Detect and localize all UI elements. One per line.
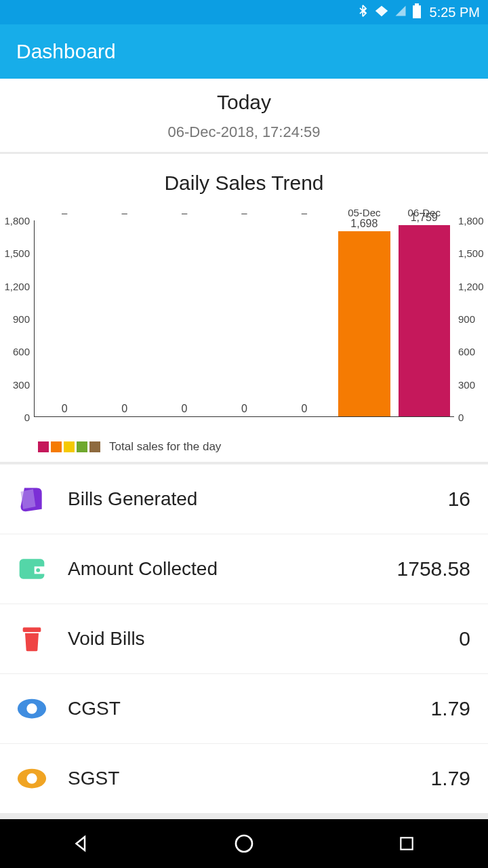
bar-slot: –0 — [35, 220, 94, 416]
y-tick: 0 — [24, 412, 30, 423]
bar-value-label: 0 — [214, 403, 274, 415]
bar-category-label: – — [35, 207, 94, 218]
chart-title: Daily Sales Trend — [0, 172, 488, 195]
y-tick: 1,200 — [4, 280, 30, 292]
bluetooth-icon — [358, 4, 369, 21]
bar-category-label: – — [94, 207, 154, 218]
y-tick: 0 — [458, 412, 464, 423]
bar-slot: 05-Dec1,698 — [334, 220, 394, 416]
bar-category-label: – — [214, 207, 274, 218]
metric-label: SGST — [68, 768, 431, 789]
bar-slot: 06-Dec1,759 — [394, 220, 454, 416]
bar-category-label: – — [155, 207, 214, 218]
android-nav-bar — [0, 819, 488, 868]
metric-row-void[interactable]: Void Bills0 — [0, 604, 488, 673]
metric-value: 1.79 — [431, 697, 470, 720]
nav-home-button[interactable] — [230, 830, 258, 857]
metric-label: Amount Collected — [68, 558, 397, 580]
y-tick: 600 — [13, 346, 30, 357]
bar-slot: –0 — [94, 220, 154, 416]
bar-value-label: 0 — [35, 403, 94, 415]
trash-icon — [14, 620, 50, 657]
legend-swatch — [38, 441, 49, 452]
nav-recent-button[interactable] — [393, 830, 420, 857]
bills-icon — [14, 481, 50, 517]
chart-legend: Total sales for the day — [0, 437, 488, 462]
y-tick: 300 — [458, 378, 475, 390]
bar-category-label: 05-Dec — [334, 207, 394, 218]
svg-rect-1 — [413, 5, 421, 18]
bar-category-label: – — [274, 207, 334, 218]
metric-label: CGST — [68, 698, 431, 719]
bar-value-label: 0 — [155, 403, 214, 415]
svg-rect-5 — [23, 627, 41, 632]
bar — [338, 231, 390, 416]
bar-value-label: 1,759 — [394, 212, 454, 224]
metric-value: 16 — [448, 488, 470, 511]
signal-icon — [394, 5, 407, 20]
y-tick: 1,500 — [4, 248, 30, 259]
wallet-icon — [14, 551, 50, 587]
today-card: Today 06-Dec-2018, 17:24:59 — [0, 79, 488, 152]
bar — [399, 225, 450, 416]
svg-point-4 — [36, 568, 40, 572]
bar-value-label: 1,698 — [334, 218, 394, 230]
bar-slot: –0 — [214, 220, 274, 416]
metric-label: Bills Generated — [68, 488, 448, 510]
metric-value: 1758.58 — [397, 557, 470, 580]
legend-swatch — [89, 441, 100, 452]
legend-swatch — [77, 441, 87, 452]
legend-swatch — [51, 441, 62, 452]
metric-row-sgst[interactable]: SGST1.79 — [0, 743, 488, 813]
app-bar: Dashboard — [0, 24, 488, 79]
metric-row-cgst[interactable]: CGST1.79 — [0, 673, 488, 743]
y-tick: 600 — [458, 346, 475, 357]
today-title: Today — [0, 91, 488, 114]
y-tick: 300 — [13, 378, 30, 390]
bar-slot: –0 — [155, 220, 214, 416]
bar-value-label: 0 — [274, 403, 334, 415]
battery-icon — [412, 3, 422, 22]
y-tick: 1,800 — [458, 215, 484, 226]
bar-slot: –0 — [274, 220, 334, 416]
svg-point-7 — [26, 703, 37, 713]
y-tick: 1,800 — [4, 215, 30, 226]
svg-point-9 — [26, 773, 37, 783]
status-bar: 5:25 PM — [0, 0, 488, 24]
metric-value: 0 — [459, 627, 470, 650]
svg-rect-11 — [401, 837, 412, 849]
status-time: 5:25 PM — [430, 5, 480, 20]
metrics-list: Bills Generated16Amount Collected1758.58… — [0, 464, 488, 813]
bar-chart: 03006009001,2001,5001,800 03006009001,20… — [0, 207, 488, 437]
y-tick: 1,500 — [458, 248, 484, 259]
eye-icon — [14, 760, 50, 797]
metric-row-amount[interactable]: Amount Collected1758.58 — [0, 534, 488, 604]
eye-icon — [14, 690, 50, 727]
metric-label: Void Bills — [68, 628, 459, 650]
today-timestamp: 06-Dec-2018, 17:24:59 — [0, 123, 488, 141]
metric-value: 1.79 — [431, 767, 470, 790]
y-tick: 900 — [13, 313, 30, 325]
y-tick: 900 — [458, 313, 475, 325]
svg-point-10 — [236, 835, 252, 852]
svg-rect-0 — [415, 3, 419, 5]
legend-swatch — [64, 441, 75, 452]
page-title: Dashboard — [16, 40, 116, 63]
chart-card: Daily Sales Trend 03006009001,2001,5001,… — [0, 154, 488, 462]
bar-value-label: 0 — [94, 403, 154, 415]
wifi-icon — [374, 4, 389, 21]
y-tick: 1,200 — [458, 280, 484, 292]
metric-row-bills[interactable]: Bills Generated16 — [0, 464, 488, 534]
nav-back-button[interactable] — [68, 830, 95, 857]
legend-label: Total sales for the day — [109, 440, 221, 454]
